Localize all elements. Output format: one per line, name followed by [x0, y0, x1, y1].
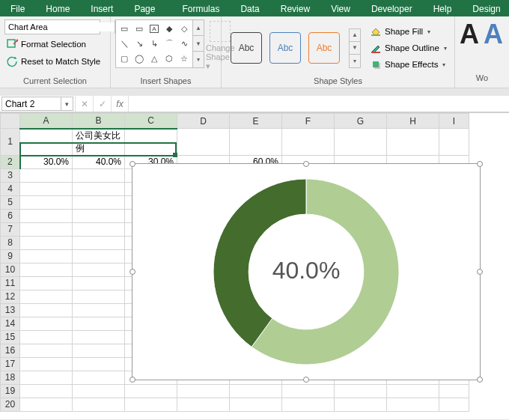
chevron-down-icon[interactable]: ▾ [427, 28, 430, 35]
cell-A6[interactable] [20, 209, 73, 222]
shape-text-icon[interactable]: A [147, 22, 161, 35]
cell-A20[interactable] [20, 398, 73, 411]
resize-handle-se[interactable] [477, 377, 483, 383]
tab-page-layout[interactable]: Page Layout [124, 0, 171, 16]
style-up-icon[interactable]: ▲ [350, 29, 360, 42]
cell-B19[interactable] [73, 384, 125, 398]
shape-style-2[interactable]: Abc [269, 32, 301, 64]
worksheet-grid[interactable]: A B C D E F G H I 1公司美女比例230.0%40.0%30.0… [0, 112, 509, 419]
cell-B1[interactable]: 公司美女比例 [73, 129, 125, 156]
cell-A16[interactable] [20, 344, 73, 357]
cell-A13[interactable] [20, 303, 73, 317]
cell-I1[interactable] [439, 129, 469, 156]
cell-F1[interactable] [282, 129, 335, 156]
cell-B11[interactable] [73, 276, 125, 290]
tab-help[interactable]: Help [423, 0, 463, 16]
shape-arrow-icon[interactable]: ↘ [132, 37, 146, 50]
cell-C19[interactable] [125, 384, 177, 398]
col-header-C[interactable]: C [125, 114, 177, 129]
row-header-18[interactable]: 18 [1, 371, 20, 384]
cell-B9[interactable] [73, 249, 125, 263]
style-more-icon[interactable]: ▾ [350, 55, 360, 67]
col-header-H[interactable]: H [387, 114, 439, 129]
shape-rect-icon[interactable]: ▭ [118, 22, 131, 35]
row-header-8[interactable]: 8 [1, 236, 20, 249]
row-header-2[interactable]: 2 [1, 155, 20, 168]
cell-A19[interactable] [20, 384, 73, 398]
shape-arc-icon[interactable]: ⌒ [162, 37, 176, 50]
shape-effects-button[interactable]: Shape Effects ▾ [368, 57, 448, 72]
name-box-input[interactable] [2, 97, 61, 110]
chart-element-select[interactable]: ▾ [4, 19, 100, 34]
shape-edit-icon[interactable]: ◆ [162, 22, 176, 35]
shapes-gallery[interactable]: ▭ ▭ A ◆ ◇ ＼ ↘ ↳ ⌒ ∿ ▢ ◯ △ ⬡ ☆ [115, 19, 193, 68]
resize-handle-nw[interactable] [129, 161, 135, 167]
shape-rect2-icon[interactable]: ▭ [132, 22, 146, 35]
cell-A1[interactable] [20, 129, 73, 156]
row-header-17[interactable]: 17 [1, 357, 20, 371]
resize-handle-n[interactable] [303, 161, 309, 167]
row-header-11[interactable]: 11 [1, 276, 20, 290]
style-down-icon[interactable]: ▼ [350, 42, 360, 55]
resize-handle-ne[interactable] [477, 161, 483, 167]
reset-to-match-button[interactable]: Reset to Match Style [4, 53, 102, 69]
shape-style-1[interactable]: Abc [231, 32, 262, 64]
cell-A11[interactable] [20, 276, 73, 290]
cell-G19[interactable] [335, 384, 387, 398]
cell-H20[interactable] [387, 398, 439, 411]
cell-B14[interactable] [73, 317, 125, 330]
row-header-13[interactable]: 13 [1, 303, 20, 317]
row-header-6[interactable]: 6 [1, 209, 20, 222]
cell-I19[interactable] [439, 384, 469, 398]
shape-fill-button[interactable]: Shape Fill ▾ [368, 24, 448, 39]
row-header-19[interactable]: 19 [1, 384, 20, 398]
cell-E1[interactable] [230, 129, 282, 156]
cell-H1[interactable] [387, 129, 439, 156]
resize-handle-sw[interactable] [129, 377, 135, 383]
row-header-14[interactable]: 14 [1, 317, 20, 330]
row-header-5[interactable]: 5 [1, 195, 20, 209]
row-header-10[interactable]: 10 [1, 263, 20, 276]
gallery-more-icon[interactable]: ▾ [193, 52, 204, 67]
row-header-20[interactable]: 20 [1, 398, 20, 411]
cell-A8[interactable] [20, 236, 73, 249]
chevron-down-icon[interactable]: ▾ [444, 45, 447, 52]
shape-style-3[interactable]: Abc [308, 32, 340, 64]
cell-B18[interactable] [73, 371, 125, 384]
cell-B16[interactable] [73, 344, 125, 357]
cell-C20[interactable] [125, 398, 177, 411]
col-header-I[interactable]: I [439, 114, 469, 129]
chevron-down-icon[interactable]: ▾ [442, 61, 445, 68]
shape-style-gallery[interactable]: Abc Abc Abc [226, 29, 344, 67]
resize-handle-w[interactable] [129, 269, 135, 275]
cell-B13[interactable] [73, 303, 125, 317]
col-header-B[interactable]: B [73, 114, 125, 129]
cell-D19[interactable] [177, 384, 230, 398]
cell-C1[interactable] [125, 129, 177, 156]
row-header-9[interactable]: 9 [1, 249, 20, 263]
cell-F20[interactable] [282, 398, 335, 411]
cell-A10[interactable] [20, 263, 73, 276]
gallery-down-icon[interactable]: ▼ [193, 36, 204, 52]
chart-element-input[interactable] [5, 22, 115, 31]
cell-E20[interactable] [230, 398, 282, 411]
cell-G20[interactable] [335, 398, 387, 411]
cell-A17[interactable] [20, 357, 73, 371]
chart-object[interactable]: 40.0% [132, 163, 481, 380]
col-header-E[interactable]: E [230, 114, 282, 129]
shape-more-icon[interactable]: ◇ [177, 22, 191, 35]
shape-tri-icon[interactable]: △ [147, 52, 161, 65]
cell-A4[interactable] [20, 182, 73, 195]
name-box[interactable]: ▾ [1, 97, 73, 111]
cell-A14[interactable] [20, 317, 73, 330]
cell-D20[interactable] [177, 398, 230, 411]
cell-B7[interactable] [73, 222, 125, 236]
shape-free-icon[interactable]: ∿ [177, 37, 191, 50]
col-header-F[interactable]: F [282, 114, 335, 129]
shape-hex-icon[interactable]: ⬡ [162, 52, 176, 65]
cell-A2[interactable]: 30.0% [20, 155, 73, 168]
cell-A15[interactable] [20, 330, 73, 344]
cell-A18[interactable] [20, 371, 73, 384]
donut-chart[interactable]: 40.0% [132, 164, 480, 380]
tab-data[interactable]: Data [230, 0, 269, 16]
